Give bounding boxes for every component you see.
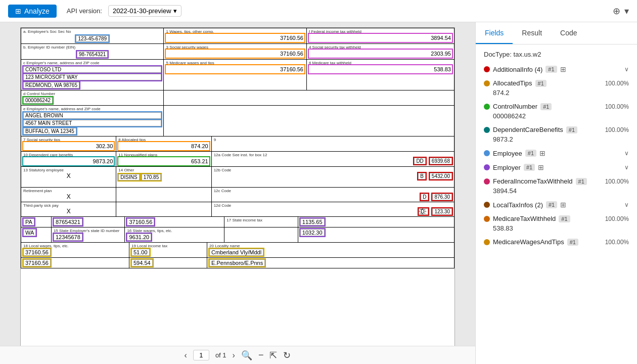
- field-header[interactable]: AllocatedTips #1 100.00%: [484, 79, 629, 87]
- page-number-input[interactable]: 1: [193, 350, 209, 360]
- field-header-left: AdditionalInfo (4) #1 ⊞: [484, 65, 566, 73]
- dep-care-value: 9873.20: [23, 157, 114, 165]
- field-name: MedicareTaxWithheld: [493, 215, 556, 222]
- field-dot: [484, 127, 490, 133]
- field-badge: #1: [525, 150, 536, 157]
- local-wages1: 37160.56: [23, 249, 51, 256]
- med-wages-label: 5 Medicare wages and tips: [166, 61, 304, 65]
- field-header-left: ControlNumber #1: [484, 103, 552, 110]
- fit-page-button[interactable]: ⇱: [269, 350, 277, 361]
- field-value: 3894.54: [484, 187, 629, 195]
- api-version-value: 2022-01-30-preview: [113, 7, 171, 15]
- field-header[interactable]: Employer #1 ⊞ ∨: [484, 163, 629, 171]
- next-page-button[interactable]: ›: [233, 351, 235, 360]
- chevron-down-icon: ▾: [173, 7, 177, 15]
- field-item-allocatedtips: AllocatedTips #1 100.00% 874.2: [484, 79, 629, 97]
- field-item-medicaretaxwithheld: MedicareTaxWithheld #1 100.00% 538.83: [484, 215, 629, 232]
- prev-page-button[interactable]: ‹: [185, 351, 187, 360]
- layers-icon[interactable]: ⊕: [613, 6, 620, 17]
- page-of-label: of 1: [215, 351, 226, 359]
- other-label: 14 Other: [118, 168, 209, 172]
- field-name: Employee: [493, 150, 522, 157]
- state2-tax: 1032.30: [300, 229, 325, 236]
- field-header[interactable]: FederalIncomeTaxWithheld #1 100.00%: [484, 177, 629, 185]
- field-value: 538.83: [484, 224, 629, 232]
- chevron-down-icon[interactable]: ▾: [624, 6, 629, 17]
- wages-value: 37160.56: [166, 34, 304, 42]
- field-item-additionalinfo: AdditionalInfo (4) #1 ⊞ ∨: [484, 65, 629, 73]
- expand-icon[interactable]: ∨: [624, 164, 629, 171]
- ss-tips-label: 7 Social security tips: [23, 138, 114, 142]
- state1-tax: 1135.65: [300, 218, 325, 225]
- box12c-val: 876.30: [432, 194, 452, 200]
- zoom-in-button[interactable]: 🔍: [241, 350, 252, 361]
- field-dot: [484, 104, 490, 110]
- control-num-label: d Control Number: [23, 92, 161, 96]
- field-name: AdditionalInfo (4): [493, 66, 542, 73]
- field-header[interactable]: Employee #1 ⊞ ∨: [484, 149, 629, 157]
- doctype-row: DocType: tax.us.w2: [484, 51, 629, 58]
- field-badge: #1: [567, 239, 578, 246]
- field-confidence: 100.00%: [605, 215, 629, 222]
- tab-result[interactable]: Result: [513, 22, 551, 44]
- field-confidence: 100.00%: [605, 80, 629, 87]
- table-icon[interactable]: ⊞: [560, 65, 566, 73]
- state1: PA: [23, 218, 34, 225]
- ssn-label: a. Employee's Soc Sec No: [23, 29, 161, 34]
- field-header[interactable]: DependentCareBenefits #1 100.00%: [484, 126, 629, 133]
- field-header-left: FederalIncomeTaxWithheld #1: [484, 177, 587, 185]
- box12b-code: B: [418, 173, 426, 179]
- retirement-value: X: [23, 193, 114, 200]
- field-header[interactable]: MedicareWagesAndTips #1 100.00%: [484, 238, 629, 246]
- box12a-code: DD: [414, 158, 425, 164]
- field-dot: [484, 164, 490, 170]
- box12c-code: D: [421, 194, 428, 200]
- field-badge: #1: [545, 66, 557, 73]
- employee-name: ANGEL BROWN: [23, 112, 161, 119]
- other-val: 170.85: [142, 174, 161, 180]
- document-navigation: ‹ 1 of 1 › 🔍 − ⇱ ↻: [0, 346, 475, 364]
- field-header[interactable]: LocalTaxInfos (2) #1 ⊞ ∨: [484, 201, 629, 209]
- med-tax-label: 6 Medicare tax withheld: [309, 61, 452, 65]
- box12b-val: 5432.00: [430, 173, 452, 179]
- alloc-tips-label: 8 Allocated tips: [118, 138, 209, 142]
- table-icon[interactable]: ⊞: [538, 163, 544, 171]
- table-icon[interactable]: ⊞: [560, 201, 566, 209]
- field-header-left: Employer #1 ⊞: [484, 163, 544, 171]
- zoom-out-button[interactable]: −: [258, 350, 264, 360]
- tab-fields[interactable]: Fields: [476, 22, 513, 44]
- api-version-selector[interactable]: 2022-01-30-preview ▾: [108, 5, 181, 17]
- fed-tax-value: 3894.54: [309, 34, 452, 42]
- tab-code[interactable]: Code: [551, 22, 586, 44]
- field-header-left: MedicareTaxWithheld #1: [484, 215, 570, 222]
- field-header[interactable]: MedicareTaxWithheld #1 100.00%: [484, 215, 629, 222]
- api-version-label: API version:: [67, 7, 102, 15]
- field-header[interactable]: ControlNumber #1 100.00%: [484, 103, 629, 110]
- expand-icon[interactable]: ∨: [624, 150, 629, 157]
- analyze-button[interactable]: ⊞ Analyze: [8, 5, 57, 18]
- field-badge: #1: [535, 80, 547, 87]
- box12d-val: 123.30: [432, 208, 452, 215]
- field-name: ControlNumber: [493, 103, 537, 110]
- field-dot: [484, 202, 490, 208]
- third-party-value: X: [23, 208, 114, 215]
- expand-icon[interactable]: ∨: [624, 66, 629, 73]
- rotate-button[interactable]: ↻: [283, 350, 291, 361]
- control-number: 000086242: [23, 97, 53, 104]
- box12b-label: 12b Code: [214, 168, 452, 172]
- field-dot: [484, 239, 490, 245]
- field-name: AllocatedTips: [493, 79, 532, 87]
- field-name: LocalTaxInfos (2): [493, 201, 543, 209]
- nonqual-value: 653.21: [118, 157, 209, 165]
- locality1: Cmberland Vly/Mddl: [209, 249, 263, 256]
- fed-tax-label: f Federal income tax withheld: [309, 29, 452, 34]
- table-icon[interactable]: ⊞: [539, 149, 545, 157]
- box12d-label: 12d Code: [214, 203, 452, 208]
- field-dot: [484, 216, 490, 222]
- employer-addr2: REDMOND, WA 98765: [23, 81, 161, 89]
- field-header[interactable]: AdditionalInfo (4) #1 ⊞ ∨: [484, 65, 629, 73]
- field-value: 9873.2: [484, 135, 629, 143]
- expand-icon[interactable]: ∨: [624, 201, 629, 208]
- document-canvas[interactable]: a. Employee's Soc Sec No 123-45-6789 1 W…: [0, 22, 475, 346]
- field-confidence: 100.00%: [605, 103, 629, 110]
